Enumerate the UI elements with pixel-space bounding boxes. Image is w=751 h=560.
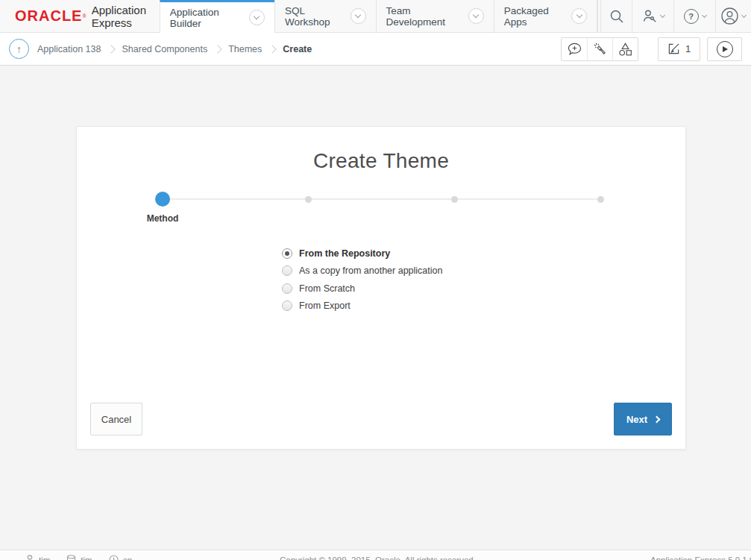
account-menu-button[interactable] xyxy=(715,0,751,32)
oracle-logo: ORACLE® Application Express xyxy=(0,0,160,32)
registered-mark: ® xyxy=(82,13,86,20)
shapes-icon xyxy=(618,42,633,57)
app-header: ORACLE® Application Express Application … xyxy=(0,0,751,33)
oracle-brand-text: ORACLE xyxy=(15,7,82,25)
radio-selected-icon[interactable] xyxy=(282,248,292,259)
footer-schema: tim xyxy=(66,555,92,560)
progress-line xyxy=(163,198,601,200)
edit-page-number: 1 xyxy=(685,43,691,54)
footer-version: Application Express 5.0.1.00.0 xyxy=(650,556,751,560)
step-dot xyxy=(305,196,312,203)
cancel-button[interactable]: Cancel xyxy=(90,403,142,435)
wizard-progress-train: Method xyxy=(77,191,685,239)
search-icon xyxy=(609,9,624,24)
feedback-bubble-icon xyxy=(567,42,582,56)
tab-team-development[interactable]: Team Development xyxy=(376,0,494,32)
tab-label: Application Builder xyxy=(170,7,242,29)
footer-copyright: Copyright © 1999, 2015, Oracle. All righ… xyxy=(280,556,476,560)
theme-roller-button[interactable] xyxy=(587,38,612,60)
account-icon xyxy=(721,7,738,25)
admin-wrench-icon xyxy=(642,9,657,23)
footer-user: tim xyxy=(25,555,50,560)
step-dot xyxy=(597,196,604,203)
step-label: Method xyxy=(147,213,179,224)
help-icon: ? xyxy=(684,9,699,24)
product-name: Application Express xyxy=(92,4,160,29)
breadcrumb: Application 138 Shared Components Themes… xyxy=(37,44,312,54)
help-menu-button[interactable]: ? xyxy=(673,0,715,32)
chevron-down-icon[interactable] xyxy=(351,8,366,24)
chevron-down-icon[interactable] xyxy=(571,8,587,24)
tab-packaged-apps[interactable]: Packaged Apps xyxy=(494,0,597,32)
breadcrumb-bar: ↑ Application 138 Shared Components Them… xyxy=(0,33,751,66)
page-footer: tim tim en Copyright © 1999, 2015, Oracl… xyxy=(0,550,751,560)
radio-icon[interactable] xyxy=(282,265,292,276)
option-from-the-repository[interactable]: From the Repository xyxy=(282,245,442,262)
tab-sql-workshop[interactable]: SQL Workshop xyxy=(274,0,376,32)
user-icon xyxy=(25,555,34,560)
search-button[interactable] xyxy=(600,0,632,32)
database-icon xyxy=(66,555,76,560)
edit-page-button[interactable]: 1 xyxy=(658,37,700,61)
tab-label: Packaged Apps xyxy=(504,5,564,28)
up-level-button[interactable]: ↑ xyxy=(9,39,29,59)
radio-icon[interactable] xyxy=(282,301,292,311)
footer-session-info: tim tim en xyxy=(25,555,132,560)
main-nav-tabs: Application Builder SQL Workshop Team De… xyxy=(160,0,597,32)
clock-icon xyxy=(109,555,119,560)
option-from-export[interactable]: From Export xyxy=(282,298,442,315)
footer-language: en xyxy=(109,555,133,560)
breadcrumb-shared-components[interactable]: Shared Components xyxy=(122,44,207,54)
up-arrow-icon: ↑ xyxy=(16,43,22,55)
next-chevron-icon xyxy=(653,415,661,423)
chevron-down-icon[interactable] xyxy=(249,10,265,25)
edit-pencil-icon xyxy=(667,43,680,55)
step-dot-active xyxy=(155,192,170,207)
feedback-button[interactable] xyxy=(562,38,587,60)
breadcrumb-separator-icon xyxy=(107,45,116,53)
page-toolbar: 1 xyxy=(561,37,742,61)
header-utility-buttons: ? xyxy=(597,0,751,32)
breadcrumb-themes[interactable]: Themes xyxy=(228,44,262,54)
page-title: Create Theme xyxy=(77,149,685,173)
breadcrumb-application[interactable]: Application 138 xyxy=(37,44,101,54)
breadcrumb-separator-icon xyxy=(268,45,277,53)
tab-application-builder[interactable]: Application Builder xyxy=(160,0,274,33)
radio-icon[interactable] xyxy=(282,283,292,294)
tab-label: Team Development xyxy=(386,5,461,28)
run-application-button[interactable] xyxy=(707,37,742,61)
chevron-down-icon[interactable] xyxy=(468,8,484,24)
next-button[interactable]: Next xyxy=(614,403,672,435)
option-from-scratch[interactable]: From Scratch xyxy=(282,280,442,298)
method-radio-group: From the Repository As a copy from anoth… xyxy=(282,245,442,315)
create-theme-wizard-card: Create Theme Method From the Repository … xyxy=(76,126,686,450)
option-copy-from-another-application[interactable]: As a copy from another application xyxy=(282,262,442,280)
administration-menu-button[interactable] xyxy=(632,0,673,32)
wand-icon xyxy=(592,41,608,57)
tab-label: SQL Workshop xyxy=(285,5,343,28)
step-dot xyxy=(451,196,458,203)
breadcrumb-create: Create xyxy=(283,44,312,54)
shared-components-button[interactable] xyxy=(612,38,638,60)
breadcrumb-separator-icon xyxy=(213,45,221,53)
page-tool-group xyxy=(561,37,638,61)
play-icon xyxy=(717,41,733,57)
